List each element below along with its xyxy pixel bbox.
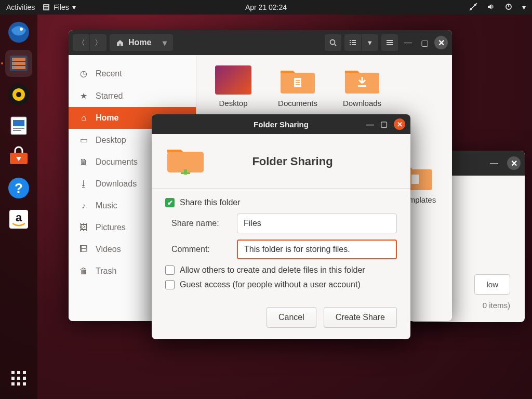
svg-point-10 xyxy=(20,28,23,31)
chevron-down-icon: ▾ xyxy=(72,3,76,11)
hamburger-button[interactable] xyxy=(381,34,398,51)
svg-rect-49 xyxy=(387,42,393,43)
guest-access-checkbox[interactable]: Guest access (for people without a user … xyxy=(165,280,397,289)
svg-text:a: a xyxy=(16,211,22,224)
download-icon: ⭳ xyxy=(79,179,88,189)
svg-rect-31 xyxy=(11,371,15,374)
svg-line-41 xyxy=(335,44,336,46)
dock-software[interactable] xyxy=(5,143,32,170)
app-menu-label: Files xyxy=(54,3,69,11)
share-folder-checkbox[interactable]: ✔ Share this folder xyxy=(165,198,397,207)
svg-rect-44 xyxy=(350,42,351,43)
svg-rect-32 xyxy=(17,371,20,374)
files-app-icon xyxy=(42,3,50,11)
svg-rect-50 xyxy=(387,44,393,45)
home-icon xyxy=(116,38,124,47)
tile-downloads[interactable]: Downloads xyxy=(332,65,392,109)
folder-sharing-dialog: Folder Sharing — ▢ ✕ Folder Sharing ✔ Sh… xyxy=(152,114,410,339)
background-button[interactable]: low xyxy=(474,274,510,295)
amazon-icon: a xyxy=(7,208,30,231)
allow-others-checkbox[interactable]: Allow others to create and delete files … xyxy=(165,265,397,275)
dock-files[interactable] xyxy=(5,50,32,77)
clock[interactable]: Apr 21 02:24 xyxy=(245,3,287,11)
list-icon xyxy=(349,38,357,47)
comment-label: Comment: xyxy=(171,245,230,254)
bgwin-minimize-button[interactable]: — xyxy=(487,158,501,168)
dock-writer[interactable] xyxy=(5,112,32,139)
svg-rect-60 xyxy=(411,175,419,184)
dialog-maximize-button[interactable]: ▢ xyxy=(380,119,388,129)
tile-documents[interactable]: Documents xyxy=(268,65,327,109)
dialog-close-button[interactable]: ✕ xyxy=(394,118,405,130)
files-headerbar: 〈 〉 Home ▾ ▾ — ▢ ✕ xyxy=(69,30,452,55)
dialog-heading: Folder Sharing xyxy=(219,155,397,168)
svg-rect-45 xyxy=(352,42,356,43)
svg-rect-2 xyxy=(44,7,48,8)
nav-forward-button[interactable]: 〉 xyxy=(90,34,107,51)
svg-rect-48 xyxy=(387,40,393,41)
picture-icon: 🖼 xyxy=(79,223,88,232)
clock-icon: ◷ xyxy=(79,69,88,78)
svg-rect-37 xyxy=(11,382,15,385)
apps-grid-icon xyxy=(9,369,28,388)
top-bar: Activities Files ▾ Apr 21 02:24 ▾ xyxy=(0,0,532,15)
video-icon: 🎞 xyxy=(79,245,88,254)
files-close-button[interactable]: ✕ xyxy=(434,36,448,49)
dock-rhythmbox[interactable] xyxy=(5,81,32,108)
svg-text:?: ? xyxy=(15,180,23,196)
create-share-button[interactable]: Create Share xyxy=(324,307,397,328)
checkbox-unchecked-icon xyxy=(165,265,175,275)
activities-button[interactable]: Activities xyxy=(6,3,35,11)
checkbox-checked-icon: ✔ xyxy=(165,198,175,207)
files-icon xyxy=(7,52,30,75)
home-icon: ⌂ xyxy=(79,113,88,123)
files-minimize-button[interactable]: — xyxy=(401,38,415,47)
software-icon xyxy=(7,145,30,168)
svg-point-20 xyxy=(16,92,21,97)
dialog-titlebar[interactable]: Folder Sharing — ▢ ✕ xyxy=(152,114,410,134)
tile-desktop[interactable]: Desktop xyxy=(204,65,263,109)
trash-icon: 🗑 xyxy=(79,267,88,276)
svg-line-6 xyxy=(470,3,477,10)
svg-rect-23 xyxy=(13,120,24,126)
nav-back-button[interactable]: 〈 xyxy=(73,34,89,51)
cancel-button[interactable]: Cancel xyxy=(267,307,316,328)
svg-rect-46 xyxy=(350,44,351,45)
power-icon[interactable] xyxy=(504,3,513,12)
svg-rect-8 xyxy=(508,4,509,7)
path-bar[interactable]: Home ▾ xyxy=(110,34,173,51)
speaker-icon xyxy=(7,83,30,106)
comment-input[interactable] xyxy=(237,240,397,259)
shared-folder-icon xyxy=(165,143,206,180)
dock: ? a xyxy=(0,15,37,399)
view-dropdown-button[interactable]: ▾ xyxy=(362,34,378,51)
dialog-minimize-button[interactable]: — xyxy=(366,120,374,129)
dock-thunderbird[interactable] xyxy=(5,19,32,46)
bgwin-close-button[interactable]: ✕ xyxy=(507,156,521,170)
svg-rect-54 xyxy=(296,82,300,83)
sidebar-item-starred[interactable]: ★Starred xyxy=(69,85,196,107)
svg-rect-47 xyxy=(352,44,356,45)
view-list-button[interactable] xyxy=(344,34,361,51)
system-menu-chevron-icon[interactable]: ▾ xyxy=(522,3,526,11)
dock-help[interactable]: ? xyxy=(5,175,32,202)
checkbox-unchecked-icon xyxy=(165,280,175,289)
share-name-input[interactable] xyxy=(237,214,397,233)
help-icon: ? xyxy=(7,177,30,200)
svg-point-15 xyxy=(13,59,14,60)
volume-icon[interactable] xyxy=(487,3,495,12)
network-icon[interactable] xyxy=(469,3,477,12)
app-menu[interactable]: Files ▾ xyxy=(42,3,76,11)
svg-rect-55 xyxy=(296,84,300,85)
search-button[interactable] xyxy=(325,34,341,51)
svg-rect-57 xyxy=(358,85,366,87)
svg-rect-3 xyxy=(44,8,48,9)
sidebar-item-recent[interactable]: ◷Recent xyxy=(69,62,196,85)
svg-rect-38 xyxy=(17,382,20,385)
desktop-icon: ▭ xyxy=(79,135,88,145)
folder-downloads-icon xyxy=(344,65,380,95)
dock-amazon[interactable]: a xyxy=(5,206,32,233)
dock-show-apps[interactable] xyxy=(5,365,32,392)
dialog-title: Folder Sharing xyxy=(254,120,309,129)
files-maximize-button[interactable]: ▢ xyxy=(418,38,431,48)
